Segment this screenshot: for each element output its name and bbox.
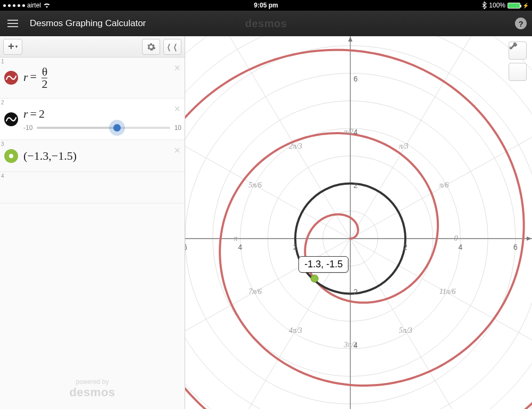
svg-line-15 (185, 36, 350, 239)
powered-by: powered by desmos (0, 373, 185, 409)
status-bar: airtel 9:05 pm 100% ⚡ (0, 0, 532, 11)
expression-row-1[interactable]: 1 r= θ 2 × (0, 58, 185, 98)
expression-row-4[interactable]: 4 (0, 171, 185, 203)
svg-line-21 (350, 239, 532, 409)
curve-color-icon[interactable] (4, 71, 18, 85)
app-header: Desmos Graphing Calculator desmos ? (0, 11, 532, 36)
help-button[interactable]: ? (515, 18, 527, 29)
charging-icon: ⚡ (522, 3, 529, 9)
curve-color-icon[interactable] (4, 112, 18, 126)
app-title: Desmos Graphing Calculator (30, 18, 146, 29)
svg-point-8 (185, 36, 532, 409)
expression-row-2[interactable]: 2 r=2 -10 10 × (0, 98, 185, 140)
menu-button[interactable] (5, 18, 20, 29)
bluetooth-icon (482, 2, 487, 9)
svg-point-9 (185, 36, 532, 409)
delete-expression-button[interactable]: × (174, 144, 180, 157)
point-tooltip: -1.3, -1.5 (298, 256, 348, 273)
zoom-fit-button[interactable] (509, 63, 527, 81)
graph-canvas[interactable]: 642246642240π/6π/3π/22π/35π/6π7π/64π/33π… (185, 36, 532, 409)
svg-line-12 (350, 39, 532, 239)
settings-button[interactable] (142, 39, 160, 55)
status-left: airtel (3, 2, 51, 9)
battery-icon (508, 3, 520, 9)
slider-thumb[interactable] (113, 124, 121, 132)
brand-logo: desmos (245, 18, 287, 30)
expand-icon (509, 42, 517, 50)
expression-row-3[interactable]: 3 (−1.3,−1.5) × (0, 140, 185, 171)
expression-list: 1 r= θ 2 × (0, 58, 185, 373)
svg-point-10 (185, 36, 532, 409)
svg-line-13 (350, 36, 532, 239)
delete-expression-button[interactable]: × (174, 62, 180, 74)
status-time: 9:05 pm (254, 2, 278, 9)
carrier-label: airtel (27, 2, 41, 9)
svg-point-28 (311, 275, 318, 282)
svg-marker-25 (527, 236, 531, 241)
add-expression-button[interactable]: +▾ (3, 39, 22, 55)
wifi-icon (43, 3, 51, 9)
sidebar-toolbar: +▾ ❮❮ (0, 36, 185, 58)
gear-icon (146, 42, 156, 52)
point-color-icon[interactable] (4, 149, 18, 163)
delete-expression-button[interactable]: × (174, 103, 180, 115)
svg-marker-26 (348, 37, 352, 42)
battery-pct: 100% (489, 2, 505, 9)
chevron-left-icon: ❮❮ (166, 43, 179, 51)
expression-sidebar: +▾ ❮❮ 1 r= (0, 36, 185, 409)
status-right: 100% ⚡ (482, 2, 529, 9)
svg-line-22 (350, 239, 532, 409)
collapse-sidebar-button[interactable]: ❮❮ (163, 39, 181, 55)
svg-point-0 (9, 154, 13, 158)
slider[interactable]: -10 10 (23, 124, 181, 132)
